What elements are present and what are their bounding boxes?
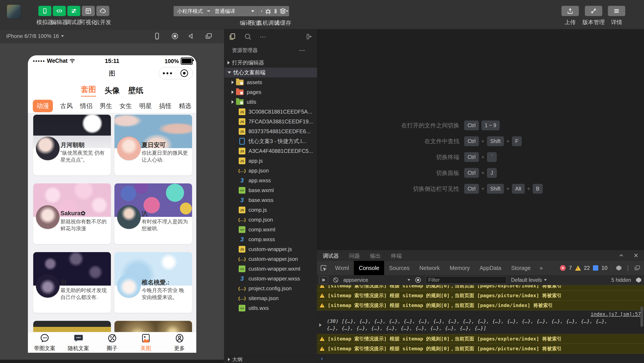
- tree-file[interactable]: JS80373754881CEEDFE6...: [224, 126, 317, 136]
- error-icon[interactable]: ✕: [560, 265, 566, 271]
- mute-button[interactable]: [188, 32, 196, 40]
- dock-side-icon[interactable]: [634, 265, 640, 271]
- category-搞怪[interactable]: 搞怪: [159, 102, 172, 110]
- cards-scroll-area[interactable]: 月河朝朝“纵使黑夜荒芜 仍有星光点点”。夏日安可你比夏日里的微风更让人心动.Sa…: [28, 113, 196, 332]
- log-levels-select[interactable]: Default levels: [511, 277, 547, 283]
- context-select[interactable]: appservice: [343, 277, 410, 283]
- category-男生[interactable]: 男生: [100, 102, 112, 110]
- tabbar-item-带图文案[interactable]: 带图文案: [28, 332, 62, 353]
- multi-window-button[interactable]: [205, 32, 212, 40]
- files-icon[interactable]: [228, 33, 236, 40]
- collapse-sidebar-icon[interactable]: [306, 33, 313, 40]
- device-selector[interactable]: iPhone 6/7/8 100% 16: [6, 33, 64, 39]
- info-icon[interactable]: [593, 265, 598, 271]
- source-link[interactable]: index.js? [sm]:57: [320, 311, 641, 317]
- debugger-tab-问题[interactable]: 问题: [349, 252, 360, 262]
- tree-file[interactable]: 3custom-wrapper.wxss: [224, 274, 317, 284]
- tabbar-item-圈子[interactable]: 圈子: [95, 332, 129, 353]
- console-context-icon[interactable]: [319, 276, 328, 284]
- debugger-tab-输出[interactable]: 输出: [370, 252, 381, 262]
- devtools-tab-wxml[interactable]: Wxml: [330, 261, 354, 275]
- tabbar-item-更多[interactable]: 更多: [162, 332, 196, 353]
- devtools-tab-storage[interactable]: Storage: [506, 261, 536, 275]
- tree-folder-utils[interactable]: utils: [224, 97, 317, 107]
- tree-file[interactable]: {…}project.config.json: [224, 284, 317, 294]
- 模拟器-button[interactable]: [38, 6, 51, 16]
- close-icon[interactable]: [633, 252, 639, 258]
- tree-file[interactable]: <>comp.wxml: [224, 225, 317, 234]
- console-warning-row[interactable]: [sitemap 索引情况提示] 根据 sitemap 的规则[0]，当前页面 …: [317, 291, 644, 300]
- live-expression-eye-icon[interactable]: [415, 277, 422, 283]
- compile-mode-select[interactable]: 普通编译: [212, 6, 258, 16]
- search-icon[interactable]: [244, 33, 252, 40]
- tree-file[interactable]: <>base.wxml: [224, 186, 317, 195]
- gallery-card[interactable]: [33, 321, 111, 332]
- tree-file[interactable]: {…}sitemap.json: [224, 294, 317, 303]
- tree-file[interactable]: 3base.wxss: [224, 195, 317, 205]
- tree-file[interactable]: JSapp.js: [224, 156, 317, 166]
- warning-icon[interactable]: [575, 266, 581, 271]
- category-女生[interactable]: 女生: [120, 102, 132, 110]
- category-情侣[interactable]: 情侣: [80, 102, 92, 110]
- devtools-tab-memory[interactable]: Memory: [445, 261, 475, 275]
- console-scrollbar[interactable]: [640, 306, 643, 327]
- clear-cache-label[interactable]: 清缓存: [274, 19, 291, 26]
- tabbar-item-美图[interactable]: 美图: [129, 332, 162, 353]
- mode-select[interactable]: 小程序模式: [174, 6, 214, 16]
- console-warning-row[interactable]: [sitemap 索引情况提示] 根据 sitemap 的规则[0]，当前页面 …: [317, 300, 644, 310]
- tree-project-root[interactable]: 忧心文案前端: [224, 68, 317, 78]
- rotate-device-button[interactable]: [153, 32, 161, 40]
- record-button[interactable]: [171, 32, 179, 40]
- tree-file[interactable]: JScustom-wrapper.js: [224, 244, 317, 254]
- 云开发-button[interactable]: [96, 6, 109, 16]
- tree-file[interactable]: JSA3CA4F40881CEEDFC5...: [224, 146, 317, 156]
- debugger-tab-终端[interactable]: 终端: [391, 252, 402, 262]
- tree-file[interactable]: <>utils.wxs: [224, 303, 317, 313]
- more-menu-button[interactable]: [159, 72, 176, 74]
- expand-arrow-icon[interactable]: [319, 323, 322, 327]
- tab-头像[interactable]: 头像: [104, 86, 120, 96]
- tree-file[interactable]: 3app.wxss: [224, 176, 317, 186]
- more-tabs-button[interactable]: »: [536, 264, 547, 272]
- devtools-tab-appdata[interactable]: AppData: [475, 261, 506, 275]
- tree-section-open-editors[interactable]: 打开的编辑器: [224, 58, 317, 68]
- tabbar-item-随机文案[interactable]: 随机文案: [62, 332, 95, 353]
- console-prompt[interactable]: ›: [317, 354, 644, 363]
- 编辑器-button[interactable]: [53, 6, 66, 16]
- category-古风[interactable]: 古风: [60, 102, 73, 110]
- kebab-menu-icon[interactable]: ⋮: [625, 264, 631, 272]
- gallery-card[interactable]: 川最无助的时候才发现自己什么都没有.: [33, 252, 111, 313]
- gallery-card[interactable]: [114, 321, 192, 332]
- category-明星[interactable]: 明星: [140, 102, 152, 110]
- 可视化-button[interactable]: [82, 6, 95, 16]
- gallery-card[interactable]: 汃有时候不理人是因为想被哄.: [114, 184, 192, 244]
- console-warning-row[interactable]: [sitemap 索引情况提示] 根据 sitemap 的规则[0]，当前页面 …: [317, 285, 644, 291]
- close-minimize-button[interactable]: [176, 70, 193, 77]
- real-device-debug-button[interactable]: [262, 6, 274, 16]
- gallery-card[interactable]: 夏日安可你比夏日里的微风更让人心动.: [114, 115, 192, 175]
- console-log-row[interactable]: index.js? [sm]:57(30) [{…}, {…}, {…}, {……: [317, 310, 644, 334]
- gallery-card[interactable]: 月河朝朝“纵使黑夜荒芜 仍有星光点点”。: [33, 115, 111, 175]
- inspect-element-button[interactable]: [317, 261, 330, 275]
- tree-file[interactable]: JScomp.js: [224, 205, 317, 215]
- gallery-card[interactable]: 椎名桃愛.:今晚月亮不营业 晚安由桃愛来说。: [114, 252, 192, 313]
- tab-壁纸[interactable]: 壁纸: [128, 86, 144, 96]
- clear-cache-button[interactable]: [276, 6, 289, 16]
- clear-console-icon[interactable]: [332, 277, 339, 283]
- filter-input[interactable]: Filter: [426, 276, 506, 284]
- user-avatar[interactable]: [7, 4, 21, 19]
- tree-file[interactable]: <>custom-wrapper.wxml: [224, 264, 317, 274]
- tree-file[interactable]: {…}custom-wrapper.json: [224, 254, 317, 264]
- tree-folder-assets[interactable]: assets: [224, 78, 317, 87]
- 调试器-button[interactable]: [67, 6, 80, 16]
- tree-file[interactable]: JS3C008C81881CEEDF5A...: [224, 107, 317, 117]
- outline-section[interactable]: 大纲: [224, 356, 317, 363]
- devtools-tab-sources[interactable]: Sources: [384, 261, 414, 275]
- tab-套图[interactable]: 套图: [81, 84, 96, 97]
- 详情-button[interactable]: [608, 6, 625, 16]
- tree-file[interactable]: {…}app.json: [224, 166, 317, 176]
- tree-file[interactable]: {…}comp.json: [224, 215, 317, 225]
- tree-file[interactable]: 3comp.wxss: [224, 234, 317, 244]
- console-warning-row[interactable]: [sitemap 索引情况提示] 根据 sitemap 的规则[0]，当前页面 …: [317, 334, 644, 344]
- tree-file[interactable]: JS7FCAD3A3881CEEDF19...: [224, 117, 317, 126]
